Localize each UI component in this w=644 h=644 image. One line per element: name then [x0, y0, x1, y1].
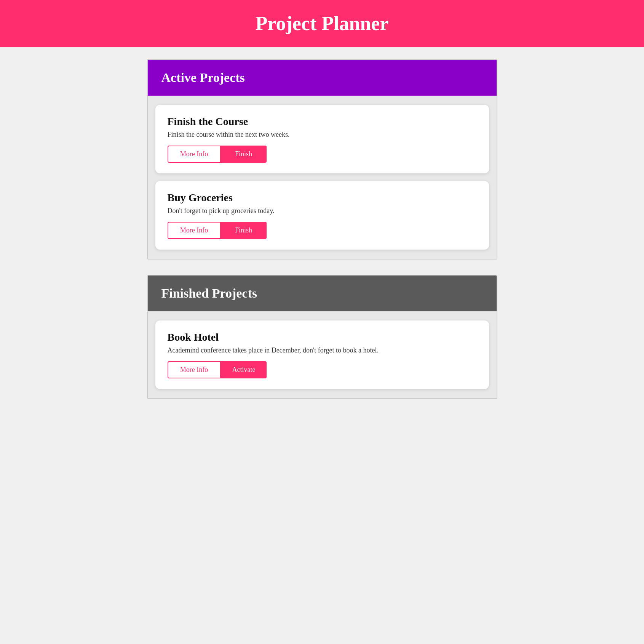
- more-info-button-finish-course[interactable]: More Info: [168, 146, 221, 163]
- project-title-buy-groceries: Buy Groceries: [168, 192, 477, 204]
- active-projects-body: Finish the Course Finish the course with…: [148, 96, 497, 259]
- main-content: Active Projects Finish the Course Finish…: [139, 59, 505, 429]
- more-info-button-buy-groceries[interactable]: More Info: [168, 222, 221, 239]
- activate-button-book-hotel[interactable]: Activate: [221, 361, 267, 378]
- project-title-book-hotel: Book Hotel: [168, 331, 477, 343]
- active-projects-section: Active Projects Finish the Course Finish…: [147, 59, 497, 260]
- project-description-book-hotel: Academind conference takes place in Dece…: [168, 346, 477, 354]
- project-description-finish-course: Finish the course within the next two we…: [168, 131, 477, 139]
- project-description-buy-groceries: Don't forget to pick up groceries today.: [168, 207, 477, 215]
- active-projects-title: Active Projects: [161, 70, 483, 85]
- project-card-book-hotel: Book Hotel Academind conference takes pl…: [155, 320, 489, 389]
- finished-projects-section: Finished Projects Book Hotel Academind c…: [147, 275, 497, 399]
- finish-button-finish-course[interactable]: Finish: [221, 146, 267, 163]
- app-title: Project Planner: [0, 12, 644, 35]
- project-title-finish-course: Finish the Course: [168, 115, 477, 128]
- finished-projects-body: Book Hotel Academind conference takes pl…: [148, 311, 497, 398]
- active-projects-header: Active Projects: [148, 60, 497, 96]
- more-info-button-book-hotel[interactable]: More Info: [168, 361, 221, 378]
- project-actions-book-hotel: More Info Activate: [168, 361, 477, 378]
- finish-button-buy-groceries[interactable]: Finish: [221, 222, 267, 239]
- finished-projects-header: Finished Projects: [148, 276, 497, 311]
- finished-projects-title: Finished Projects: [161, 286, 483, 301]
- project-card-finish-course: Finish the Course Finish the course with…: [155, 105, 489, 173]
- project-card-buy-groceries: Buy Groceries Don't forget to pick up gr…: [155, 181, 489, 250]
- project-actions-finish-course: More Info Finish: [168, 146, 477, 163]
- project-actions-buy-groceries: More Info Finish: [168, 222, 477, 239]
- app-header: Project Planner: [0, 0, 644, 47]
